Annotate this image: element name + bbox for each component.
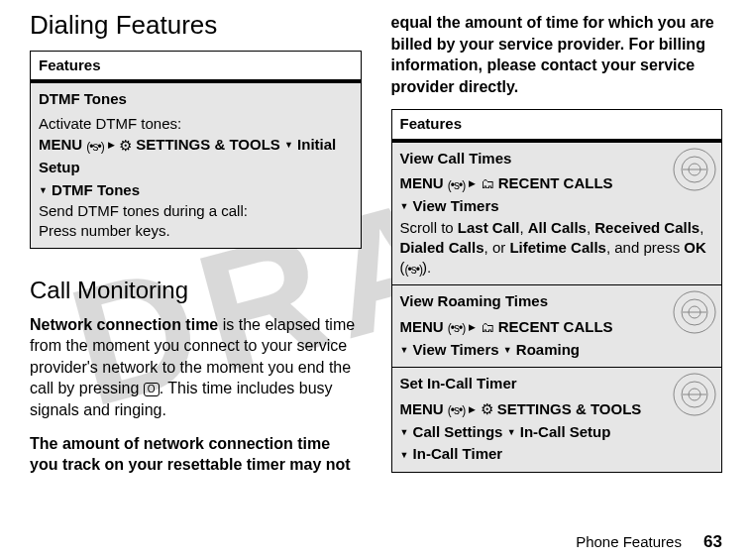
arrow-down-icon <box>400 341 409 358</box>
arrow-down-icon <box>507 423 516 440</box>
paren-close: ). <box>422 259 431 276</box>
dtmf-menu-path: MENU SETTINGS & TOOLS Initial Setup DTMF… <box>39 134 353 201</box>
heading-dialing-features: Dialing Features <box>30 10 362 41</box>
menu-incall-timer: In-Call Timer <box>413 445 503 462</box>
footer-page-number: 63 <box>703 532 722 551</box>
dtmf-row: DTMF Tones Activate DTMF tones: MENU SET… <box>31 81 362 248</box>
right-column: equal the amount of time for which you a… <box>391 10 723 505</box>
menu-recent-calls: RECENT CALLS <box>498 174 613 191</box>
left-column: Dialing Features Features DTMF Tones Act… <box>30 10 362 505</box>
network-time-bold: Network connection time <box>30 316 218 333</box>
sep2: , <box>587 219 594 236</box>
opt-received-calls: Received Calls <box>594 219 699 236</box>
arrow-down-icon <box>284 136 293 153</box>
gear-icon <box>481 400 493 417</box>
end-key-icon <box>144 380 160 396</box>
menu-dtmf-tones: DTMF Tones <box>52 181 140 198</box>
sep3: , <box>699 219 703 236</box>
menu-view-timers: View Timers <box>413 341 499 358</box>
sep1: , <box>519 219 527 236</box>
network-feature-stamp-icon <box>672 147 717 192</box>
menu-view-timers: View Timers <box>413 197 499 214</box>
billing-note-start: The amount of network connection time yo… <box>30 433 362 476</box>
view-call-times-menu: MENU RECENT CALLS View Timers <box>400 172 714 218</box>
opt-all-calls: All Calls <box>528 219 587 236</box>
arrow-down-icon <box>503 341 512 358</box>
center-key-icon <box>405 259 422 279</box>
arrow-down-icon <box>400 423 409 440</box>
network-feature-stamp-icon <box>672 372 717 417</box>
set-incall-timer-title: Set In-Call Timer <box>400 374 714 393</box>
menu-word: MENU <box>400 400 444 417</box>
menu-settings-tools: SETTINGS & TOOLS <box>497 400 642 417</box>
menu-word: MENU <box>400 174 444 191</box>
arrow-right-icon <box>469 318 476 335</box>
menu-word: MENU <box>39 136 82 153</box>
arrow-right-icon <box>108 136 115 153</box>
dtmf-title: DTMF Tones <box>39 89 353 109</box>
gear-icon <box>119 136 132 153</box>
network-time-para: Network connection time is the elapsed t… <box>30 314 362 421</box>
menu-recent-calls: RECENT CALLS <box>498 318 613 335</box>
menu-word: MENU <box>400 318 444 335</box>
dtmf-activate-line: Activate DTMF tones: <box>39 114 353 134</box>
set-incall-timer-row: Set In-Call Timer MENU SETTINGS & TOOLS … <box>391 368 722 473</box>
heading-call-monitoring: Call Monitoring <box>30 277 362 304</box>
folder-icon <box>481 318 494 335</box>
menu-roaming: Roaming <box>516 341 580 358</box>
sep4: , or <box>484 239 510 256</box>
center-key-icon <box>448 173 465 196</box>
timers-table: Features View Call Times MENU RECENT CAL… <box>391 109 723 473</box>
dtmf-send-line: Send DTMF tones during a call: <box>39 201 353 221</box>
ok-label: OK <box>684 239 706 256</box>
page-footer: Phone Features 63 <box>576 532 722 552</box>
arrow-down-icon <box>39 181 48 198</box>
view-roaming-times-row: View Roaming Times MENU RECENT CALLS Vie… <box>391 285 722 368</box>
page-columns: Dialing Features Features DTMF Tones Act… <box>0 0 752 505</box>
billing-note-cont: equal the amount of time for which you a… <box>391 12 723 97</box>
view-roaming-times-title: View Roaming Times <box>400 291 714 311</box>
arrow-down-icon <box>400 197 409 214</box>
table-header-features-left: Features <box>31 52 362 82</box>
scroll-b: , and press <box>606 239 684 256</box>
dtmf-table: Features DTMF Tones Activate DTMF tones:… <box>30 51 362 249</box>
menu-incall-setup: In-Call Setup <box>520 423 611 440</box>
footer-section: Phone Features <box>576 533 682 550</box>
opt-dialed-calls: Dialed Calls <box>400 239 484 256</box>
folder-icon <box>481 174 494 191</box>
network-feature-stamp-icon <box>672 289 717 335</box>
view-roaming-menu: MENU RECENT CALLS View Timers Roaming <box>400 316 714 362</box>
opt-lifetime-calls: Lifetime Calls <box>509 239 606 256</box>
menu-call-settings: Call Settings <box>413 423 503 440</box>
arrow-down-icon <box>400 445 409 462</box>
table-header-features-right: Features <box>391 110 722 141</box>
scroll-instruction: Scroll to Last Call, All Calls, Received… <box>400 218 714 280</box>
arrow-right-icon <box>469 400 476 417</box>
opt-last-call: Last Call <box>458 219 520 236</box>
set-incall-menu: MENU SETTINGS & TOOLS Call Settings In-C… <box>400 398 714 466</box>
arrow-right-icon <box>469 174 476 191</box>
center-key-icon <box>86 135 103 158</box>
dtmf-press-line: Press number keys. <box>39 221 353 241</box>
scroll-a: Scroll to <box>400 219 458 236</box>
view-call-times-row: View Call Times MENU RECENT CALLS View T… <box>391 141 722 285</box>
center-key-icon <box>448 398 465 421</box>
menu-settings-tools: SETTINGS & TOOLS <box>136 136 280 153</box>
view-call-times-title: View Call Times <box>400 149 714 168</box>
center-key-icon <box>448 316 465 339</box>
